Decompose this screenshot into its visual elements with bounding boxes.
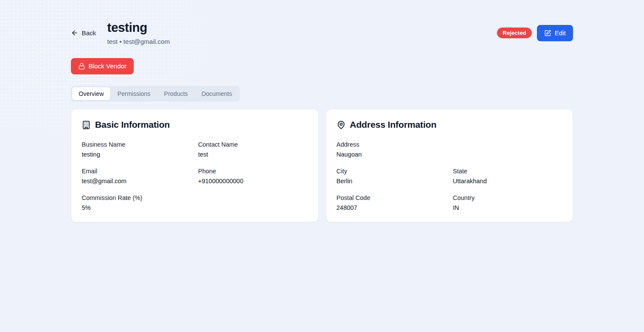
field-label: Contact Name [198,141,308,148]
field-value: IN [453,204,562,211]
edit-button-label: Edit [555,29,566,37]
field-value: Naugoan [337,151,446,158]
block-vendor-label: Block Vendor [89,62,126,70]
page-title: testing [107,21,170,35]
header-left: Back testing test • test@gmail.com [71,21,170,45]
field-value: test [198,151,308,158]
vendor-detail-page: Back testing test • test@gmail.com Rejec… [71,0,573,222]
field-label: Commission Rate (%) [82,194,191,201]
map-pin-icon [337,120,346,129]
field-country: Country IN [453,194,562,211]
address-information-title: Address Information [350,120,437,130]
status-badge: Rejected [497,28,532,38]
basic-information-header: Basic Information [82,120,308,130]
field-label: Business Name [82,141,191,148]
block-vendor-button[interactable]: Block Vendor [71,58,134,74]
field-label: City [337,168,446,175]
info-cards: Basic Information Business Name testing … [71,109,573,222]
page-subtitle: test • test@gmail.com [107,38,170,45]
field-city: City Berlin [337,168,446,184]
address-information-header: Address Information [337,120,563,130]
field-label: Phone [198,168,308,175]
field-postal-code: Postal Code 248007 [337,194,446,211]
field-label: Postal Code [337,194,446,201]
lock-icon [78,63,85,70]
tab-permissions[interactable]: Permissions [111,87,156,100]
field-value: Berlin [337,178,446,184]
tab-documents[interactable]: Documents [195,87,239,100]
field-value: test@gmail.com [82,178,191,184]
edit-button[interactable]: Edit [537,25,573,41]
field-value: Uttarakhand [453,178,562,184]
basic-information-title: Basic Information [95,120,170,130]
title-block: testing test • test@gmail.com [107,21,170,45]
field-label: State [453,168,562,175]
basic-information-card: Basic Information Business Name testing … [71,109,319,222]
back-label: Back [82,29,96,37]
field-value: testing [82,151,191,158]
field-address: Address Naugoan [337,141,446,158]
field-label: Address [337,141,446,148]
grid-spacer [453,141,562,158]
address-information-fields: Address Naugoan City Berlin State Uttara… [337,141,563,211]
field-email: Email test@gmail.com [82,168,191,184]
header-actions: Rejected Edit [497,25,573,41]
address-information-card: Address Information Address Naugoan City… [326,109,573,222]
field-label: Email [82,168,191,175]
field-label: Country [453,194,562,201]
basic-information-fields: Business Name testing Contact Name test … [82,141,308,211]
field-business-name: Business Name testing [82,141,191,158]
page-header: Back testing test • test@gmail.com Rejec… [71,21,573,45]
back-button[interactable]: Back [71,29,96,37]
tab-products[interactable]: Products [158,87,194,100]
tab-bar: Overview Permissions Products Documents [71,86,240,101]
block-vendor-row: Block Vendor [71,58,573,74]
field-contact-name: Contact Name test [198,141,308,158]
edit-pen-icon [544,30,551,37]
field-state: State Uttarakhand [453,168,562,184]
field-commission-rate: Commission Rate (%) 5% [82,194,191,211]
arrow-left-icon [71,29,78,37]
field-value: +910000000000 [198,178,308,184]
tab-overview[interactable]: Overview [72,87,110,100]
field-value: 5% [82,204,191,211]
field-value: 248007 [337,204,446,211]
building-icon [82,120,91,129]
field-phone: Phone +910000000000 [198,168,308,184]
